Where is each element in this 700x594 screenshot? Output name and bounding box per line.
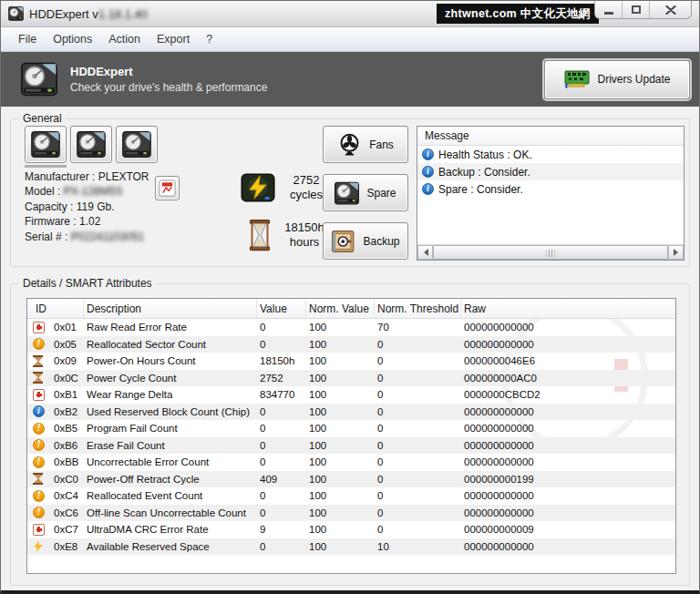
attribute-id: 0x09	[51, 355, 84, 366]
report-button[interactable]	[155, 176, 180, 200]
drive-button-3[interactable]	[116, 126, 158, 163]
attribute-id: 0x05	[51, 339, 84, 350]
smart-attribute-row[interactable]: 0xB1 Wear Range Delta 834770 100 0 00000…	[27, 386, 675, 404]
close-button[interactable]	[650, 1, 691, 18]
window-title: HDDExpert v1.18.1.40	[29, 7, 148, 21]
spare-button[interactable]: Spare	[323, 174, 408, 211]
smart-attribute-row[interactable]: 0xC7 UltraDMA CRC Error Rate 9 100 0 000…	[27, 521, 675, 538]
attribute-norm-threshold: 10	[375, 541, 461, 552]
message-panel-header[interactable]: Message	[417, 127, 684, 146]
attribute-norm-value: 100	[306, 507, 375, 518]
attribute-value: 0	[257, 541, 306, 552]
spare-button-label: Spare	[366, 187, 396, 200]
attribute-status-cell	[33, 355, 51, 367]
message-item[interactable]: Spare : Consider.	[417, 180, 684, 198]
attribute-norm-threshold: 0	[375, 507, 461, 518]
warning-icon	[33, 456, 45, 468]
attribute-id: 0xC7	[51, 524, 84, 535]
info-icon	[422, 148, 434, 160]
menu-item[interactable]: Action	[100, 29, 149, 49]
smart-attribute-row[interactable]: 0xC0 Power-Off Retract Cycle 409 100 0 0…	[27, 471, 675, 488]
attribute-raw: 000000000000	[461, 406, 675, 417]
info-icon	[422, 166, 434, 178]
power-on-hours-text: 18150h hours	[281, 220, 328, 250]
report-icon	[159, 179, 176, 197]
general-group: General Manufacturer : PLEXTOR Model : P…	[10, 118, 690, 267]
capacity-row: Capacity : 119 Gb.	[25, 200, 149, 214]
attribute-value: 0	[257, 322, 306, 333]
message-list: Health Status : OK. Backup : Consider. S…	[417, 146, 684, 244]
power-cycles-icon	[241, 172, 275, 203]
column-header-value[interactable]: Value	[257, 299, 306, 318]
minimize-button[interactable]	[595, 1, 623, 18]
message-item[interactable]: Backup : Consider.	[417, 163, 684, 180]
column-header-description[interactable]: Description	[84, 299, 257, 318]
smart-attribute-row[interactable]: 0xB5 Program Fail Count 0 100 0 00000000…	[27, 420, 675, 437]
firmware-value: 1.02	[79, 215, 100, 228]
smart-attribute-row[interactable]: 0x0C Power Cycle Count 2752 100 0 000000…	[27, 370, 675, 387]
smart-attribute-row[interactable]: 0xBB Uncorrectable Error Count 0 100 0 0…	[27, 454, 675, 471]
scroll-left-arrow[interactable]	[417, 245, 433, 260]
smart-attribute-row[interactable]: 0xB6 Erase Fail Count 0 100 0 0000000000…	[27, 437, 675, 455]
smart-attribute-row[interactable]: 0xC4 Reallocated Event Count 0 100 0 000…	[27, 487, 675, 505]
app-tagline: Check your drive's health & performance	[70, 81, 267, 94]
smart-group-label: Details / SMART Attributes	[19, 277, 156, 290]
attribute-value: 0	[257, 440, 306, 451]
maximize-button[interactable]	[623, 1, 650, 18]
maximize-icon	[632, 5, 641, 14]
attribute-status-cell	[33, 456, 51, 468]
attribute-raw: 000000000000	[461, 541, 675, 552]
attribute-status-cell	[33, 372, 51, 384]
menu-item[interactable]: ?	[198, 29, 221, 49]
attribute-norm-threshold: 0	[375, 389, 461, 400]
scroll-right-arrow[interactable]	[668, 245, 684, 260]
smart-attribute-row[interactable]: 0xE8 Available Reserved Space 0 100 10 0…	[27, 538, 675, 556]
attribute-id: 0x01	[51, 322, 84, 333]
app-header: HDDExpert Check your drive's health & pe…	[1, 52, 699, 107]
attribute-status-cell	[33, 540, 51, 552]
message-item[interactable]: Health Status : OK.	[417, 146, 684, 163]
backup-button[interactable]: Backup	[323, 222, 408, 260]
power-on-hours-value: 18150h	[281, 220, 328, 235]
fans-button[interactable]: Fans	[323, 126, 408, 163]
attribute-raw: 000000000000	[461, 490, 675, 501]
attribute-norm-value: 100	[306, 322, 375, 333]
column-header-norm-threshold[interactable]: Norm. Threshold	[375, 299, 461, 318]
menu-item[interactable]: File	[10, 29, 45, 49]
warning-icon	[33, 423, 45, 435]
column-header-raw[interactable]: Raw	[461, 299, 675, 318]
capacity-label: Capacity :	[25, 200, 73, 213]
column-header-id[interactable]: ID	[33, 299, 84, 318]
lightning-icon	[33, 540, 44, 552]
smart-attribute-row[interactable]: 0xC6 Off-line Scan Uncorrectable Count 0…	[27, 505, 675, 522]
power-on-hours-unit: hours	[281, 235, 328, 250]
attribute-status-cell	[33, 524, 51, 536]
menu-item[interactable]: Options	[45, 29, 100, 49]
attribute-value: 0	[257, 490, 306, 501]
message-text: Backup : Consider.	[438, 166, 530, 179]
smart-attribute-row[interactable]: 0x01 Raw Read Error Rate 0 100 70 000000…	[27, 319, 675, 336]
hourglass-icon	[33, 355, 43, 367]
smart-attribute-row[interactable]: 0x05 Reallocated Sector Count 0 100 0 00…	[27, 336, 675, 353]
hdd-icon	[77, 131, 106, 158]
drive-button-1[interactable]	[25, 126, 67, 163]
manufacturer-value: PLEXTOR	[98, 170, 149, 183]
attribute-norm-threshold: 0	[375, 490, 461, 501]
smart-attribute-row[interactable]: 0xB2 Used Reserved Block Count (Chip) 0 …	[27, 404, 675, 421]
attribute-raw: 000000000000	[461, 322, 675, 333]
attribute-status-cell	[33, 439, 51, 451]
attribute-id: 0xC4	[51, 490, 84, 501]
drive-button-2[interactable]	[70, 126, 112, 163]
attribute-norm-value: 100	[306, 355, 375, 366]
smart-table-body: 0x01 Raw Read Error Rate 0 100 70 000000…	[27, 319, 675, 555]
scroll-thumb[interactable]	[433, 245, 668, 260]
drivers-update-button[interactable]: Drivers Update	[544, 60, 690, 99]
attribute-id: 0xC0	[51, 474, 84, 485]
model-value: PX-128M5S	[64, 185, 123, 198]
attribute-id: 0xE8	[51, 541, 84, 552]
column-header-norm-value[interactable]: Norm. Value	[306, 299, 375, 318]
menu-item[interactable]: Export	[149, 29, 198, 49]
attribute-norm-value: 100	[306, 524, 375, 535]
titlebar[interactable]: HDDExpert v1.18.1.40 zhtwnet.com 中文化天地網	[1, 1, 699, 27]
smart-attribute-row[interactable]: 0x09 Power-On Hours Count 18150h 100 0 0…	[27, 353, 675, 370]
